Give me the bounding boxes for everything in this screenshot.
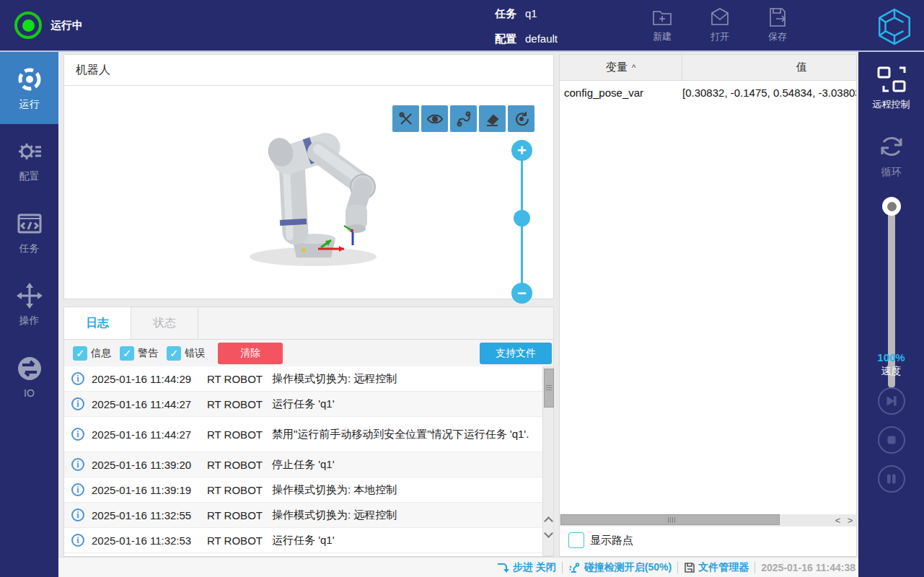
- log-time: 2025-01-16 11:39:20: [92, 459, 207, 471]
- log-row[interactable]: i 2025-01-16 11:44:27 RT ROBOT 禁用"运行前手动移…: [64, 417, 542, 452]
- open-icon: [708, 6, 731, 29]
- eraser-icon: [484, 110, 501, 128]
- info-icon: i: [71, 534, 84, 547]
- config-label: 配置: [495, 32, 516, 45]
- variable-row[interactable]: config_pose_var [0.30832, -0.1475, 0.548…: [560, 81, 856, 104]
- collision-detection-toggle[interactable]: 碰撞检测开启(50%): [568, 561, 672, 574]
- zoom-in-button[interactable]: +: [511, 140, 532, 161]
- scroll-down-button[interactable]: [544, 530, 553, 542]
- right-sidebar: 远程控制 循环 100% 速度: [858, 52, 924, 577]
- app-window: 运行中 任务q1 配置default 新建 打开 保存: [0, 0, 924, 577]
- filter-error-checkbox[interactable]: 错误: [167, 346, 205, 361]
- status-text: 运行中: [50, 19, 83, 32]
- stop-button[interactable]: [878, 426, 905, 454]
- checkbox-icon: [73, 346, 87, 361]
- status-timestamp: 2025-01-16 11:44:38: [761, 562, 855, 573]
- sidebar-item-operate[interactable]: 操作: [0, 268, 58, 340]
- variable-hscrollbar[interactable]: < >: [560, 514, 856, 527]
- log-time: 2025-01-16 11:32:53: [92, 534, 207, 547]
- path-button[interactable]: [450, 105, 477, 132]
- log-time: 2025-01-16 11:44:27: [92, 398, 207, 410]
- zoom-track: [521, 151, 523, 303]
- log-time: 2025-01-16 11:44:29: [92, 373, 207, 385]
- log-row[interactable]: i 2025-01-16 11:39:20 RT ROBOT 停止任务 'q1': [64, 452, 542, 477]
- stop-icon: [884, 433, 899, 447]
- hscroll-buttons: < >: [832, 514, 856, 527]
- scrollbar-thumb[interactable]: [560, 514, 780, 525]
- sidebar-item-config[interactable]: 配置: [0, 124, 58, 196]
- log-row[interactable]: i 2025-01-16 11:32:53 RT ROBOT 运行任务 'q1': [64, 528, 542, 553]
- clear-log-button[interactable]: 清除: [218, 343, 283, 364]
- eye-icon: [426, 110, 444, 128]
- log-message: 操作模式切换为: 远程控制: [272, 508, 397, 522]
- scrollbar-thumb[interactable]: [544, 369, 554, 408]
- move-arrows-icon: [15, 281, 44, 310]
- log-filterbar: 信息 警告 错误 清除 支持文件: [63, 340, 554, 366]
- step-forward-button[interactable]: [878, 387, 905, 415]
- log-source: RT ROBOT: [207, 428, 272, 441]
- robot-panel-title: 机器人: [76, 55, 110, 85]
- open-task-label: 打开: [710, 30, 729, 43]
- scroll-left-button[interactable]: <: [832, 514, 844, 527]
- log-row[interactable]: i 2025-01-16 11:32:55 RT ROBOT 操作模式切换为: …: [64, 503, 542, 528]
- variable-panel: 变量 ^ 值 config_pose_var [0.30832, -0.1475…: [559, 54, 857, 557]
- save-icon: [766, 6, 789, 29]
- log-source: RT ROBOT: [207, 459, 272, 471]
- column-header-variable[interactable]: 变量 ^: [560, 55, 682, 80]
- eraser-button[interactable]: [479, 105, 506, 132]
- scroll-up-button[interactable]: [544, 516, 553, 527]
- sort-asc-icon: ^: [632, 63, 636, 73]
- info-icon: i: [71, 428, 84, 441]
- new-task-button[interactable]: 新建: [639, 6, 685, 48]
- speed-slider-handle[interactable]: [882, 197, 901, 216]
- zoom-control: + −: [511, 140, 533, 316]
- sidebar-item-task[interactable]: 任务: [0, 196, 58, 268]
- scroll-right-button[interactable]: >: [844, 514, 856, 527]
- chevron-down-icon: [544, 529, 553, 538]
- visibility-button[interactable]: [421, 105, 448, 132]
- remote-control-button[interactable]: 远程控制: [858, 63, 924, 111]
- top-header: 运行中 任务q1 配置default 新建 打开 保存: [0, 0, 924, 52]
- pause-button[interactable]: [878, 465, 905, 493]
- zoom-slider-handle[interactable]: [514, 210, 530, 226]
- tab-status[interactable]: 状态: [131, 307, 198, 339]
- log-row[interactable]: i 2025-01-16 11:39:19 RT ROBOT 操作模式切换为: …: [64, 477, 542, 503]
- variable-value: [0.30832, -0.1475, 0.54834, -3.03803,: [682, 87, 856, 99]
- rotate-icon: [513, 110, 530, 128]
- support-files-button[interactable]: 支持文件: [480, 343, 552, 364]
- log-time: 2025-01-16 11:39:19: [92, 484, 207, 496]
- file-manager-button[interactable]: 文件管理器: [684, 561, 749, 574]
- remote-control-icon: [876, 63, 907, 95]
- sidebar-item-io[interactable]: IO: [0, 340, 58, 413]
- info-icon: i: [71, 397, 84, 410]
- divider: [754, 562, 755, 573]
- log-scrollbar[interactable]: [542, 366, 554, 556]
- log-source: RT ROBOT: [207, 484, 272, 496]
- filter-info-checkbox[interactable]: 信息: [73, 346, 111, 361]
- log-row[interactable]: i 2025-01-16 11:44:27 RT ROBOT 运行任务 'q1': [64, 392, 542, 417]
- save-task-button[interactable]: 保存: [754, 6, 801, 48]
- step-mode-label: 步进 关闭: [513, 561, 556, 574]
- loop-mode-button[interactable]: 循环: [858, 130, 924, 179]
- info-icon: i: [71, 508, 84, 521]
- brand-logo: [874, 7, 915, 46]
- filter-warning-label: 警告: [138, 347, 158, 360]
- filter-warning-checkbox[interactable]: 警告: [120, 346, 158, 361]
- sidebar-item-run[interactable]: 运行: [0, 52, 58, 124]
- zoom-out-button[interactable]: −: [511, 283, 532, 304]
- checkbox-icon: [120, 346, 134, 361]
- rotate-view-button[interactable]: [508, 105, 534, 132]
- info-icon: i: [71, 372, 84, 385]
- log-list: i 2025-01-16 11:44:29 RT ROBOT 操作模式切换为: …: [63, 366, 542, 556]
- step-mode-toggle[interactable]: 步进 关闭: [497, 561, 556, 574]
- tab-log[interactable]: 日志: [64, 307, 131, 339]
- log-row[interactable]: i 2025-01-16 11:44:29 RT ROBOT 操作模式切换为: …: [64, 366, 542, 392]
- open-task-button[interactable]: 打开: [697, 6, 743, 48]
- checkbox-icon: [568, 532, 584, 548]
- sidebar-item-label: 任务: [19, 242, 40, 255]
- task-label: 任务: [495, 7, 516, 19]
- sidebar-item-label: 操作: [19, 314, 40, 327]
- show-waypoints-checkbox[interactable]: 显示路点: [568, 532, 633, 548]
- column-header-value[interactable]: 值: [682, 55, 856, 80]
- tools-button[interactable]: [392, 105, 419, 132]
